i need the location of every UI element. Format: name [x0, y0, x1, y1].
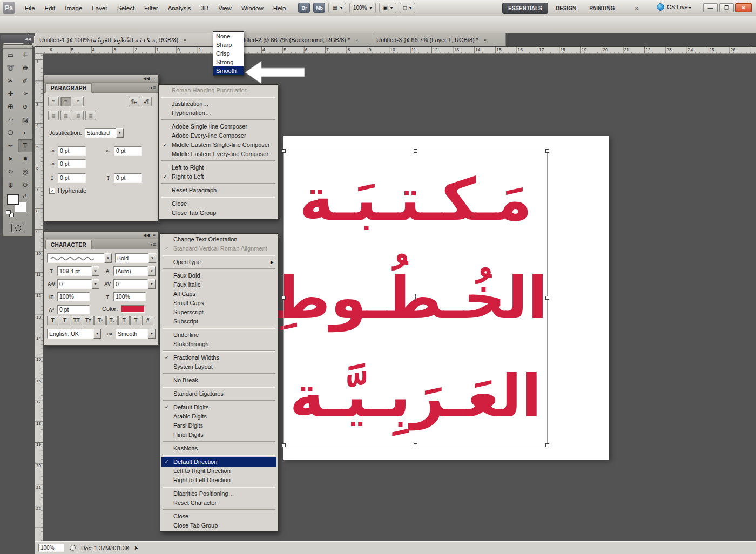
collapse-panel-icon[interactable]: ◀◀ — [143, 76, 150, 81]
baseline-shift-field[interactable]: 0 pt — [57, 305, 90, 314]
workspace-design[interactable]: DESIGN — [550, 3, 582, 13]
para-align-left-button[interactable]: ≡ — [48, 97, 59, 106]
leading-select[interactable]: (Auto) — [113, 266, 156, 276]
aa-option-crisp[interactable]: Crisp — [213, 49, 244, 58]
menu-item[interactable]: Close Tab Group — [161, 521, 276, 530]
menu-item[interactable]: Small Caps — [161, 299, 276, 308]
chevron-down-icon[interactable] — [104, 253, 112, 263]
menu-item[interactable]: Strikethrough — [161, 340, 276, 349]
status-expand-icon[interactable]: ▶ — [135, 545, 138, 550]
menu-item[interactable]: Hyphenation… — [160, 109, 276, 118]
menu-item[interactable]: Right to Left — [160, 172, 276, 181]
character-font-style-select[interactable]: Bold — [115, 253, 156, 263]
character-anti-alias-select[interactable]: Smooth — [116, 329, 156, 339]
minimize-button[interactable]: — — [703, 3, 718, 12]
tab-close-icon[interactable]: × — [482, 37, 489, 44]
clone-stamp-tool[interactable]: ✠ — [3, 100, 18, 113]
move-tool[interactable]: ✛ — [18, 49, 32, 62]
status-icon[interactable] — [70, 545, 76, 551]
3d-rotate-tool[interactable]: ↻ — [3, 165, 18, 178]
hand-tool[interactable]: ψ — [3, 178, 18, 191]
gradient-tool[interactable]: ▨ — [18, 113, 32, 126]
transform-handle[interactable] — [282, 443, 286, 447]
menu-item[interactable] — [161, 160, 275, 161]
rectangular-marquee-tool[interactable]: ▭ — [3, 49, 18, 62]
underline-button[interactable]: T — [118, 316, 130, 325]
indent-left-field[interactable]: ⇥ 0 pt — [48, 146, 86, 156]
chevron-down-icon[interactable] — [92, 266, 99, 276]
restore-button[interactable]: ❐ — [719, 3, 734, 12]
blur-tool[interactable]: ❍ — [3, 126, 18, 139]
document-tab-untitled-2[interactable]: Untitled-2 @ 66.7% (Background, RGB/8) *… — [232, 33, 372, 46]
menu-item[interactable]: All Caps — [161, 289, 276, 299]
menu-item[interactable] — [161, 197, 275, 198]
menu-item[interactable]: Kashidas — [161, 444, 276, 453]
tab-close-icon[interactable]: × — [181, 37, 188, 44]
lasso-tool[interactable]: ➰ — [3, 62, 18, 75]
menu-item[interactable] — [163, 255, 275, 256]
transform-bounding-box[interactable] — [284, 151, 548, 445]
menu-select[interactable]: Select — [112, 3, 139, 13]
panel-grip[interactable] — [3, 45, 32, 49]
menu-item[interactable]: Roman Hanging Punctuation — [160, 86, 276, 95]
panel-menu-icon[interactable]: ▾≣ — [150, 85, 156, 90]
menu-item[interactable]: Standard Vertical Roman Alignment — [161, 244, 276, 253]
menu-item[interactable] — [163, 350, 275, 352]
quick-mask-button[interactable] — [11, 224, 24, 232]
panel-drag-bar[interactable]: ◀◀ × — [44, 75, 158, 83]
eraser-tool[interactable]: ▱ — [3, 113, 18, 126]
menu-item[interactable]: Adobe Every-line Composer — [160, 131, 276, 140]
strikethrough-button[interactable]: T — [130, 316, 141, 325]
font-size-select[interactable]: 109.4 pt — [57, 266, 99, 276]
chevron-down-icon[interactable] — [116, 128, 124, 138]
menu-item[interactable]: System Layout — [161, 362, 276, 371]
menu-item[interactable]: Right to Left Direction — [161, 476, 276, 485]
menu-3d[interactable]: 3D — [195, 3, 213, 13]
menu-item[interactable] — [163, 400, 275, 401]
menu-item[interactable]: Adobe Single-line Composer — [160, 122, 276, 131]
dock-collapse-button[interactable]: ◀◀ — [1, 35, 34, 43]
menu-item[interactable]: Faux Bold — [161, 271, 276, 280]
crop-tool[interactable]: ✂ — [3, 75, 18, 87]
eyedropper-tool[interactable]: ✐ — [18, 75, 32, 87]
menu-item[interactable] — [163, 487, 275, 488]
ruler-corner[interactable] — [35, 47, 43, 54]
vertical-ruler[interactable]: 12345678910111213141516171819202122 — [35, 54, 43, 541]
justify-last-right-button[interactable]: ≣ — [73, 111, 84, 120]
path-selection-tool[interactable]: ➤ — [3, 152, 18, 165]
menu-item[interactable]: Left to Right — [160, 163, 276, 172]
bridge-button[interactable]: Br — [298, 3, 310, 13]
menu-image[interactable]: Image — [60, 3, 87, 13]
transform-handle[interactable] — [414, 443, 417, 447]
menu-item[interactable]: Change Text Orientation — [161, 235, 276, 244]
menu-item[interactable] — [161, 119, 275, 120]
paragraph-panel-tab[interactable]: PARAGRAPH — [45, 83, 92, 93]
justify-last-left-button[interactable]: ≣ — [48, 111, 59, 120]
character-font-family-select[interactable] — [47, 253, 112, 263]
swap-colors-icon[interactable]: ⇄ — [23, 193, 27, 199]
vertical-scale-field[interactable]: 100% — [57, 292, 90, 301]
menu-item[interactable]: Default Direction — [161, 457, 276, 467]
menu-file[interactable]: File — [20, 3, 40, 13]
character-panel-tab[interactable]: CHARACTER — [45, 240, 92, 249]
menu-item[interactable]: Reset Paragraph — [160, 186, 276, 195]
menu-item[interactable]: Close — [161, 512, 276, 521]
foreground-color-swatch[interactable] — [7, 194, 19, 205]
hyphenate-checkbox[interactable]: ✓ — [49, 188, 55, 194]
panel-menu-icon[interactable]: ▾≣ — [150, 242, 156, 247]
dodge-tool[interactable]: ◐ — [18, 126, 32, 139]
menu-item[interactable]: Hindi Digits — [161, 430, 276, 440]
workspace-essentials[interactable]: ESSENTIALS — [502, 3, 548, 14]
rectangle-tool[interactable]: ■ — [18, 152, 32, 165]
all-caps-button[interactable]: TT — [71, 316, 82, 325]
workspace-painting[interactable]: PAINTING — [584, 3, 620, 13]
space-after-field[interactable]: ↧ 0 pt — [104, 173, 142, 183]
menu-item[interactable] — [163, 387, 275, 388]
screen-mode-button[interactable]: □ — [400, 3, 415, 13]
menu-item[interactable]: Superscript — [161, 308, 276, 317]
menu-item[interactable]: Justification… — [160, 99, 276, 109]
menu-item[interactable]: OpenType — [161, 258, 276, 267]
tab-close-icon[interactable]: × — [353, 37, 360, 44]
ligatures-button[interactable]: fi — [142, 316, 153, 325]
menu-item[interactable]: Farsi Digits — [161, 421, 276, 430]
